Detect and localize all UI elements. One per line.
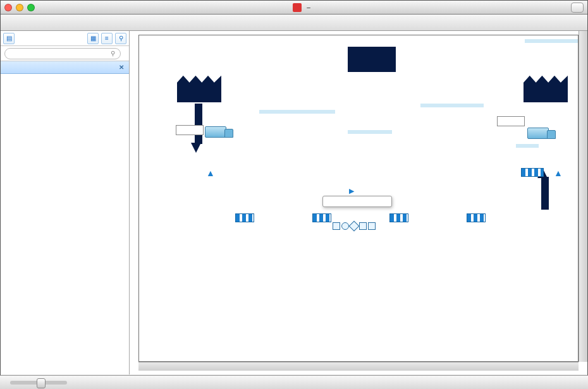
horizontal-scrollbar[interactable] xyxy=(138,362,579,371)
window-close-button[interactable] xyxy=(4,4,12,11)
title-sep: – xyxy=(307,4,310,11)
push-arrow-2[interactable] xyxy=(389,213,408,222)
shape-library-panel: ▤ ▦ ≡ ⚲ ⚲ ✕ xyxy=(1,31,130,374)
library-heading[interactable]: ✕ xyxy=(1,61,129,74)
push-arrow-1[interactable] xyxy=(312,213,331,222)
inventory-triangle-right-icon[interactable]: ▲ xyxy=(554,168,563,178)
shape-picker-bar[interactable] xyxy=(333,222,376,231)
window-zoom-button[interactable] xyxy=(27,4,35,11)
document-title: – xyxy=(293,3,313,12)
canvas-area: ▲ ▲ ▶ xyxy=(130,31,587,374)
volume-box[interactable] xyxy=(420,104,484,107)
context-menu-remove-data[interactable] xyxy=(323,201,391,205)
vertical-scrollbar[interactable] xyxy=(579,31,587,362)
lead-time-box[interactable] xyxy=(259,110,335,114)
shift-info-box[interactable] xyxy=(525,39,579,43)
library-view-list-button[interactable]: ≡ xyxy=(101,33,113,44)
library-search: ⚲ xyxy=(1,46,129,61)
supplier-shape[interactable] xyxy=(177,72,221,102)
customer-truck-icon[interactable] xyxy=(527,128,549,139)
window-pill-button[interactable] xyxy=(571,3,584,13)
supplier-shipment-tag[interactable] xyxy=(176,125,204,135)
ship-label-box[interactable] xyxy=(516,144,539,148)
library-tabs: ▤ ▦ ≡ ⚲ xyxy=(1,31,129,46)
library-collapse-icon[interactable]: ✕ xyxy=(119,64,124,71)
work-area: ▤ ▦ ≡ ⚲ ⚲ ✕ xyxy=(1,31,587,374)
production-control-box[interactable] xyxy=(348,47,396,72)
play-icon[interactable]: ▶ xyxy=(349,187,354,195)
library-search-input[interactable] xyxy=(4,48,121,59)
production-supervisor-box[interactable] xyxy=(348,130,392,134)
search-icon: ⚲ xyxy=(111,50,115,57)
window-minimize-button[interactable] xyxy=(16,4,23,11)
library-tab-shapes[interactable]: ▤ xyxy=(3,33,15,44)
customer-flow-line xyxy=(541,177,549,210)
supplier-flow-line xyxy=(195,104,202,144)
document-icon xyxy=(293,3,302,12)
main-toolbar xyxy=(1,15,587,31)
drawing-canvas[interactable]: ▲ ▲ ▶ xyxy=(138,35,579,362)
zoom-slider[interactable] xyxy=(10,381,67,385)
push-arrow-4[interactable] xyxy=(521,168,544,177)
supplier-flow-arrow-icon xyxy=(191,143,201,153)
context-menu xyxy=(322,196,392,207)
push-arrow-3[interactable] xyxy=(467,213,486,222)
shape-list xyxy=(1,74,129,374)
inventory-triangle-left-icon[interactable]: ▲ xyxy=(206,168,215,178)
window-titlebar: – xyxy=(1,1,587,15)
status-bar xyxy=(0,375,588,389)
library-search-button[interactable]: ⚲ xyxy=(115,33,126,44)
supplier-truck-icon[interactable] xyxy=(205,126,226,138)
customer-shipment-tag[interactable] xyxy=(497,116,525,126)
customer-shape[interactable] xyxy=(524,72,568,102)
push-arrow-0[interactable] xyxy=(235,213,254,222)
library-view-grid-button[interactable]: ▦ xyxy=(87,33,99,44)
